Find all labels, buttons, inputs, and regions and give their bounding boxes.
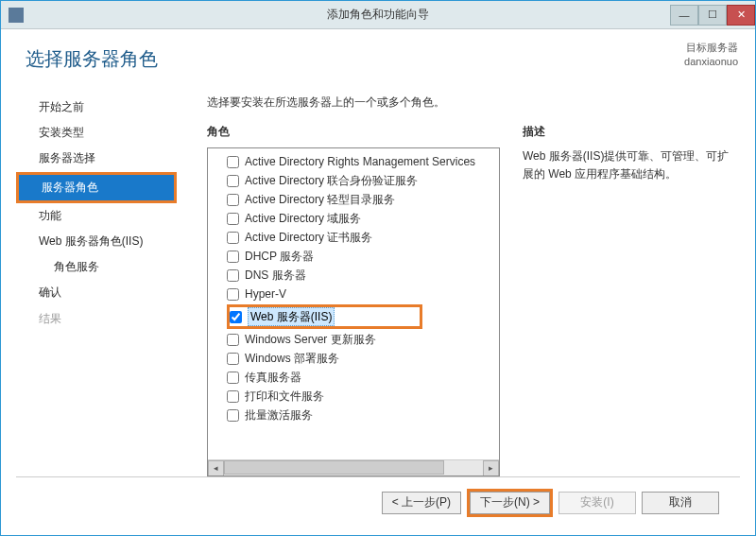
window-title: 添加角色和功能向导 <box>327 7 429 23</box>
description-column: 描述 Web 服务器(IIS)提供可靠、可管理、可扩展的 Web 应用程序基础结… <box>523 124 740 476</box>
next-button-highlight: 下一步(N) > <box>467 489 553 517</box>
roles-scroll[interactable]: Active Directory Rights Management Servi… <box>208 148 499 459</box>
wizard-sidebar: 开始之前 安装类型 服务器选择 服务器角色 功能 Web 服务器角色(IIS) … <box>16 95 177 476</box>
role-item[interactable]: Active Directory 证书服务 <box>210 228 497 247</box>
scroll-right-button[interactable]: ▸ <box>483 460 499 476</box>
role-checkbox[interactable] <box>227 334 239 346</box>
app-icon <box>9 8 24 23</box>
role-highlight: Web 服务器(IIS) <box>227 304 422 329</box>
footer-buttons: < 上一步(P) 下一步(N) > 安装(I) 取消 <box>16 476 740 527</box>
role-checkbox[interactable] <box>227 353 239 365</box>
sidebar-item-server-roles[interactable]: 服务器角色 <box>19 175 174 200</box>
role-checkbox[interactable] <box>227 251 239 263</box>
sidebar-item-server-selection[interactable]: 服务器选择 <box>16 146 177 171</box>
install-button: 安装(I) <box>558 492 636 514</box>
wizard-window: 添加角色和功能向导 — ☐ ✕ 选择服务器角色 目标服务器 danxiaonuo… <box>0 0 756 536</box>
sidebar-item-role-services[interactable]: 角色服务 <box>16 254 177 280</box>
role-checkbox[interactable] <box>227 409 239 422</box>
role-item[interactable]: DHCP 服务器 <box>210 247 497 266</box>
header-row: 选择服务器角色 目标服务器 danxiaonuo <box>16 41 740 72</box>
role-checkbox[interactable] <box>227 156 239 168</box>
cancel-button[interactable]: 取消 <box>642 492 719 514</box>
role-item[interactable]: Windows Server 更新服务 <box>210 330 497 349</box>
role-item[interactable]: Active Directory 联合身份验证服务 <box>210 171 497 190</box>
roles-heading: 角色 <box>207 124 500 140</box>
body-row: 开始之前 安装类型 服务器选择 服务器角色 功能 Web 服务器角色(IIS) … <box>16 95 740 476</box>
role-item[interactable]: 批量激活服务 <box>210 406 497 424</box>
sidebar-item-confirmation[interactable]: 确认 <box>16 280 177 305</box>
role-checkbox[interactable] <box>227 288 239 301</box>
role-item[interactable]: 传真服务器 <box>210 368 497 387</box>
sidebar-item-install-type[interactable]: 安装类型 <box>16 120 177 146</box>
previous-button[interactable]: < 上一步(P) <box>382 492 461 514</box>
role-item[interactable]: Active Directory 域服务 <box>210 209 497 228</box>
role-checkbox[interactable] <box>230 311 242 323</box>
role-item[interactable]: Hyper-V <box>210 285 497 303</box>
target-server-label: 目标服务器 <box>684 41 738 55</box>
target-server-name: danxiaonuo <box>684 55 738 69</box>
main-panel: 选择要安装在所选服务器上的一个或多个角色。 角色 Active Director… <box>177 95 740 476</box>
scroll-thumb[interactable] <box>224 460 444 475</box>
titlebar: 添加角色和功能向导 — ☐ ✕ <box>1 1 755 29</box>
next-button[interactable]: 下一步(N) > <box>470 492 550 514</box>
role-item-web-server-iis[interactable]: Web 服务器(IIS) <box>210 303 497 330</box>
content-area: 选择服务器角色 目标服务器 danxiaonuo 开始之前 安装类型 服务器选择… <box>1 29 755 535</box>
role-checkbox[interactable] <box>227 269 239 282</box>
role-checkbox[interactable] <box>227 194 239 206</box>
target-server-box: 目标服务器 danxiaonuo <box>684 41 738 70</box>
minimize-button[interactable]: — <box>670 5 698 26</box>
horizontal-scrollbar[interactable]: ◂ ▸ <box>208 459 499 475</box>
roles-column: 角色 Active Directory Rights Management Se… <box>207 124 500 476</box>
sidebar-highlight: 服务器角色 <box>16 172 177 203</box>
sidebar-item-features[interactable]: 功能 <box>16 203 177 229</box>
scroll-track[interactable] <box>224 460 483 476</box>
description-text: Web 服务器(IIS)提供可靠、可管理、可扩展的 Web 应用程序基础结构。 <box>523 147 740 183</box>
sidebar-item-results: 结果 <box>16 306 177 332</box>
role-item[interactable]: Active Directory 轻型目录服务 <box>210 190 497 209</box>
role-item[interactable]: Windows 部署服务 <box>210 349 497 368</box>
page-title: 选择服务器角色 <box>26 46 158 72</box>
role-checkbox[interactable] <box>227 213 239 225</box>
role-item[interactable]: Active Directory Rights Management Servi… <box>210 152 497 171</box>
sidebar-item-web-server-iis[interactable]: Web 服务器角色(IIS) <box>16 229 177 254</box>
role-checkbox[interactable] <box>227 175 239 187</box>
window-controls: — ☐ ✕ <box>670 5 755 26</box>
role-item[interactable]: 打印和文件服务 <box>210 387 497 406</box>
role-checkbox[interactable] <box>227 372 239 384</box>
columns: 角色 Active Directory Rights Management Se… <box>207 124 740 476</box>
roles-listbox: Active Directory Rights Management Servi… <box>207 147 500 476</box>
description-heading: 描述 <box>523 124 740 140</box>
close-button[interactable]: ✕ <box>727 5 755 26</box>
role-item[interactable]: DNS 服务器 <box>210 266 497 285</box>
maximize-button[interactable]: ☐ <box>698 5 727 26</box>
sidebar-item-before-begin[interactable]: 开始之前 <box>16 95 177 120</box>
instruction-text: 选择要安装在所选服务器上的一个或多个角色。 <box>207 95 740 111</box>
role-checkbox[interactable] <box>227 390 239 403</box>
role-checkbox[interactable] <box>227 232 239 244</box>
scroll-left-button[interactable]: ◂ <box>208 460 224 476</box>
